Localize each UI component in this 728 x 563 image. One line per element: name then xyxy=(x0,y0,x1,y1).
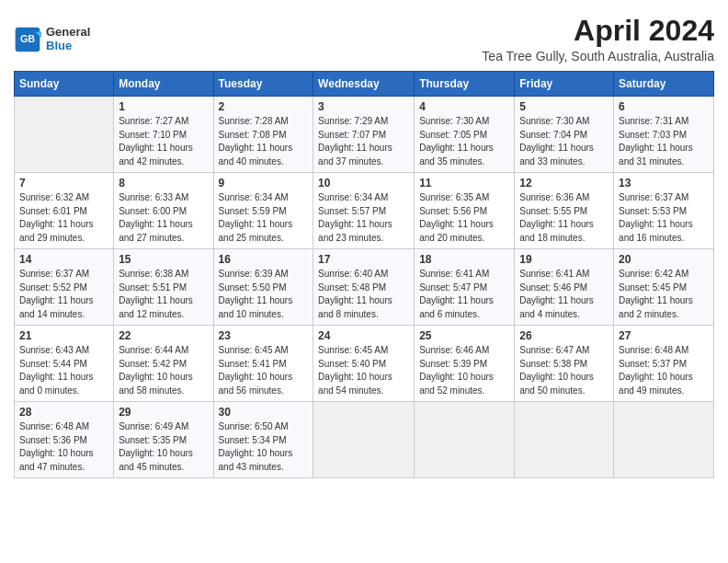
day-info: Sunrise: 6:38 AMSunset: 5:51 PMDaylight:… xyxy=(119,268,208,321)
calendar-cell: 7Sunrise: 6:32 AMSunset: 6:01 PMDaylight… xyxy=(15,173,114,249)
day-number: 30 xyxy=(219,406,309,419)
day-of-week-header: Tuesday xyxy=(213,72,313,97)
logo-blue: Blue xyxy=(46,40,90,52)
calendar-week-row: 14Sunrise: 6:37 AMSunset: 5:52 PMDayligh… xyxy=(15,249,714,326)
day-info: Sunrise: 7:30 AMSunset: 7:05 PMDaylight:… xyxy=(419,115,509,168)
day-number: 19 xyxy=(519,253,609,266)
day-of-week-header: Wednesday xyxy=(313,72,415,97)
day-info: Sunrise: 6:34 AMSunset: 5:59 PMDaylight:… xyxy=(219,191,309,245)
day-number: 5 xyxy=(519,100,609,113)
calendar-cell: 8Sunrise: 6:33 AMSunset: 6:00 PMDaylight… xyxy=(114,173,213,249)
day-number: 25 xyxy=(419,329,509,342)
day-info: Sunrise: 6:41 AMSunset: 5:47 PMDaylight:… xyxy=(419,268,509,321)
day-info: Sunrise: 6:37 AMSunset: 5:53 PMDaylight:… xyxy=(619,191,709,245)
calendar-cell: 13Sunrise: 6:37 AMSunset: 5:53 PMDayligh… xyxy=(614,173,714,249)
calendar-cell: 2Sunrise: 7:28 AMSunset: 7:08 PMDaylight… xyxy=(213,97,313,173)
calendar-cell: 12Sunrise: 6:36 AMSunset: 5:55 PMDayligh… xyxy=(515,173,614,249)
calendar-cell: 16Sunrise: 6:39 AMSunset: 5:50 PMDayligh… xyxy=(213,249,313,326)
calendar-cell: 10Sunrise: 6:34 AMSunset: 5:57 PMDayligh… xyxy=(313,173,415,249)
day-info: Sunrise: 6:45 AMSunset: 5:40 PMDaylight:… xyxy=(318,344,409,397)
calendar-cell: 22Sunrise: 6:44 AMSunset: 5:42 PMDayligh… xyxy=(114,326,213,402)
logo-icon: GB xyxy=(14,26,41,53)
day-info: Sunrise: 6:49 AMSunset: 5:35 PMDaylight:… xyxy=(119,420,208,474)
calendar-cell xyxy=(415,402,515,478)
calendar-cell: 30Sunrise: 6:50 AMSunset: 5:34 PMDayligh… xyxy=(213,402,313,478)
day-of-week-header: Monday xyxy=(114,72,213,97)
calendar-cell: 25Sunrise: 6:46 AMSunset: 5:39 PMDayligh… xyxy=(415,326,515,402)
calendar-cell: 28Sunrise: 6:48 AMSunset: 5:36 PMDayligh… xyxy=(15,402,114,478)
subtitle: Tea Tree Gully, South Australia, Austral… xyxy=(482,49,714,63)
calendar-cell: 1Sunrise: 7:27 AMSunset: 7:10 PMDaylight… xyxy=(114,97,213,173)
calendar-cell: 9Sunrise: 6:34 AMSunset: 5:59 PMDaylight… xyxy=(213,173,313,249)
calendar-cell: 29Sunrise: 6:49 AMSunset: 5:35 PMDayligh… xyxy=(114,402,213,478)
day-number: 15 xyxy=(119,253,208,266)
calendar-week-row: 1Sunrise: 7:27 AMSunset: 7:10 PMDaylight… xyxy=(15,97,714,173)
calendar-cell xyxy=(515,402,614,478)
calendar-header: SundayMondayTuesdayWednesdayThursdayFrid… xyxy=(15,72,714,97)
day-number: 13 xyxy=(619,177,709,190)
day-info: Sunrise: 6:33 AMSunset: 6:00 PMDaylight:… xyxy=(119,191,208,245)
day-info: Sunrise: 6:43 AMSunset: 5:44 PMDaylight:… xyxy=(19,344,108,397)
calendar-cell xyxy=(15,97,114,173)
calendar-cell: 21Sunrise: 6:43 AMSunset: 5:44 PMDayligh… xyxy=(15,326,114,402)
calendar-week-row: 28Sunrise: 6:48 AMSunset: 5:36 PMDayligh… xyxy=(15,402,714,478)
calendar-table: SundayMondayTuesdayWednesdayThursdayFrid… xyxy=(14,71,714,478)
calendar-week-row: 21Sunrise: 6:43 AMSunset: 5:44 PMDayligh… xyxy=(15,326,714,402)
day-info: Sunrise: 7:31 AMSunset: 7:03 PMDaylight:… xyxy=(619,115,709,168)
calendar-cell xyxy=(313,402,415,478)
calendar-cell: 15Sunrise: 6:38 AMSunset: 5:51 PMDayligh… xyxy=(114,249,213,326)
day-info: Sunrise: 6:48 AMSunset: 5:36 PMDaylight:… xyxy=(19,420,108,474)
calendar-body: 1Sunrise: 7:27 AMSunset: 7:10 PMDaylight… xyxy=(15,97,714,478)
day-number: 16 xyxy=(219,253,309,266)
day-info: Sunrise: 6:40 AMSunset: 5:48 PMDaylight:… xyxy=(318,268,409,321)
day-number: 20 xyxy=(619,253,709,266)
calendar-cell: 3Sunrise: 7:29 AMSunset: 7:07 PMDaylight… xyxy=(313,97,415,173)
day-number: 21 xyxy=(19,329,108,342)
day-info: Sunrise: 6:44 AMSunset: 5:42 PMDaylight:… xyxy=(119,344,208,397)
day-number: 18 xyxy=(419,253,509,266)
calendar-cell: 4Sunrise: 7:30 AMSunset: 7:05 PMDaylight… xyxy=(415,97,515,173)
day-number: 27 xyxy=(619,329,709,342)
day-number: 24 xyxy=(318,329,409,342)
svg-text:GB: GB xyxy=(20,33,35,44)
day-number: 23 xyxy=(219,329,309,342)
day-info: Sunrise: 6:32 AMSunset: 6:01 PMDaylight:… xyxy=(19,191,108,245)
day-number: 6 xyxy=(619,100,709,113)
calendar-cell: 14Sunrise: 6:37 AMSunset: 5:52 PMDayligh… xyxy=(15,249,114,326)
day-info: Sunrise: 6:46 AMSunset: 5:39 PMDaylight:… xyxy=(419,344,509,397)
day-number: 17 xyxy=(318,253,409,266)
day-number: 4 xyxy=(419,100,509,113)
day-info: Sunrise: 6:36 AMSunset: 5:55 PMDaylight:… xyxy=(519,191,609,245)
day-number: 26 xyxy=(519,329,609,342)
header: GB General Blue April 2024 Tea Tree Gull… xyxy=(14,9,714,67)
day-of-week-header: Sunday xyxy=(15,72,114,97)
day-info: Sunrise: 6:50 AMSunset: 5:34 PMDaylight:… xyxy=(219,420,309,474)
day-of-week-header: Saturday xyxy=(614,72,714,97)
page: GB General Blue April 2024 Tea Tree Gull… xyxy=(0,0,728,492)
day-of-week-header: Thursday xyxy=(415,72,515,97)
day-number: 14 xyxy=(19,253,108,266)
day-number: 7 xyxy=(19,177,108,190)
day-info: Sunrise: 6:35 AMSunset: 5:56 PMDaylight:… xyxy=(419,191,509,245)
day-number: 2 xyxy=(219,100,309,113)
calendar-cell: 23Sunrise: 6:45 AMSunset: 5:41 PMDayligh… xyxy=(213,326,313,402)
calendar-cell xyxy=(614,402,714,478)
day-info: Sunrise: 7:30 AMSunset: 7:04 PMDaylight:… xyxy=(519,115,609,168)
calendar-cell: 6Sunrise: 7:31 AMSunset: 7:03 PMDaylight… xyxy=(614,97,714,173)
calendar-cell: 26Sunrise: 6:47 AMSunset: 5:38 PMDayligh… xyxy=(515,326,614,402)
day-info: Sunrise: 6:42 AMSunset: 5:45 PMDaylight:… xyxy=(619,268,709,321)
day-info: Sunrise: 6:47 AMSunset: 5:38 PMDaylight:… xyxy=(519,344,609,397)
day-number: 29 xyxy=(119,406,208,419)
calendar-cell: 24Sunrise: 6:45 AMSunset: 5:40 PMDayligh… xyxy=(313,326,415,402)
day-info: Sunrise: 7:29 AMSunset: 7:07 PMDaylight:… xyxy=(318,115,409,168)
calendar-cell: 20Sunrise: 6:42 AMSunset: 5:45 PMDayligh… xyxy=(614,249,714,326)
day-number: 11 xyxy=(419,177,509,190)
calendar-cell: 27Sunrise: 6:48 AMSunset: 5:37 PMDayligh… xyxy=(614,326,714,402)
logo-general: General xyxy=(46,26,90,39)
day-info: Sunrise: 6:48 AMSunset: 5:37 PMDaylight:… xyxy=(619,344,709,397)
calendar-cell: 19Sunrise: 6:41 AMSunset: 5:46 PMDayligh… xyxy=(515,249,614,326)
day-number: 3 xyxy=(318,100,409,113)
day-number: 10 xyxy=(318,177,409,190)
calendar-cell: 18Sunrise: 6:41 AMSunset: 5:47 PMDayligh… xyxy=(415,249,515,326)
logo: GB General Blue xyxy=(14,26,90,53)
